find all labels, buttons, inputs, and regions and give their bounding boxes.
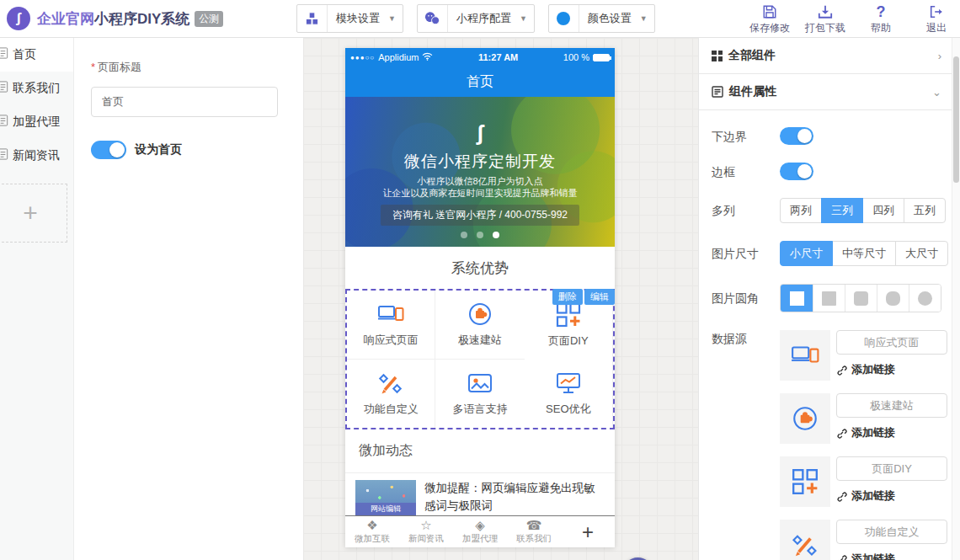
add-link-button[interactable]: 添加链接 (836, 488, 947, 504)
columns-option-5[interactable]: 五列 (904, 198, 946, 223)
add-link-button[interactable]: 添加链接 (836, 552, 947, 560)
sidebar-item-agency[interactable]: 加盟代理 (0, 105, 73, 139)
sidebar-item-home[interactable]: 首页 (0, 38, 73, 72)
border-label: 边框 (712, 163, 780, 180)
feature-label: 多语言支持 (452, 402, 507, 417)
color-settings-dropdown[interactable]: 颜色设置 ▼ (548, 4, 655, 33)
add-link-label: 添加链接 (851, 425, 895, 440)
add-link-label: 添加链接 (851, 362, 895, 377)
radius-option-1[interactable] (813, 285, 845, 312)
feature-grid-component-selected[interactable]: 删除 编辑 响应式页面 极速建站 页面DIY (345, 289, 615, 429)
carousel-dot[interactable] (477, 232, 483, 238)
header-dropdowns: 模块设置 ▼ 小程序配置 ▼ 颜色设置 ▼ (296, 4, 655, 33)
image-size-row: 图片尺寸 小尺寸 中等尺寸 大尺寸 (712, 241, 952, 266)
component-props-header[interactable]: 组件属性 ⌄ (699, 74, 952, 110)
carousel-dot-active[interactable] (493, 232, 499, 238)
sidebar-item-news[interactable]: 新闻资讯 (0, 139, 73, 173)
banner-slide[interactable]: ʃ 微信小程序定制开发 小程序以微信8亿用户为切入点 让企业以及商家在短时间里实… (345, 97, 615, 247)
chevron-right-icon: › (938, 50, 941, 62)
scrollbar-thumb[interactable] (953, 56, 959, 183)
feature-cell-multilang[interactable]: 多语言支持 (435, 360, 524, 429)
feature-cell-custom[interactable]: 功能自定义 (347, 360, 435, 429)
tab-contact[interactable]: ☎ 联系我们 (507, 516, 561, 547)
required-asterisk: * (91, 61, 95, 73)
image-radius-row: 图片圆角 (712, 284, 952, 312)
all-components-header[interactable]: 全部组件 › (699, 38, 952, 74)
page-settings-panel: *页面标题 设为首页 (74, 38, 303, 560)
page-title-input[interactable] (91, 87, 278, 117)
caret-down-icon: ▼ (388, 14, 396, 23)
feature-cell-responsive[interactable]: 响应式页面 (347, 291, 435, 360)
add-link-button[interactable]: 添加链接 (836, 362, 947, 377)
props-form: 下边界 边框 多列 两列 三列 四列 五列 (699, 110, 952, 560)
banner-subtitle-2: 让企业以及商家在短时间里实现提升品牌和销量 (345, 187, 615, 200)
border-toggle[interactable] (780, 163, 813, 180)
columns-option-3-selected[interactable]: 三列 (821, 198, 863, 223)
plus-icon: + (582, 525, 594, 539)
datasource-title-input[interactable] (836, 330, 947, 355)
columns-option-2[interactable]: 两列 (780, 198, 822, 223)
columns-option-4[interactable]: 四列 (862, 198, 904, 223)
phone-preview: ●●●○○ Applidium 11:27 AM 100 % 首页 ʃ (345, 48, 615, 547)
save-label: 保存修改 (749, 21, 790, 35)
radius-option-3[interactable] (877, 285, 909, 312)
sidebar-item-label: 首页 (13, 47, 36, 62)
tab-news[interactable]: ☆ 新闻资讯 (399, 516, 453, 547)
app-logo-icon: ʃ (7, 7, 30, 30)
news-list-item[interactable]: 网站编辑 微加提醒：网页编辑应避免出现敏感词与极限词 (345, 473, 615, 515)
exit-button[interactable]: 退出 (915, 3, 958, 35)
main-area: 首页 联系我们 加盟代理 新闻资讯 + (0, 38, 960, 560)
feature-cell-seo[interactable]: SEO优化 (525, 360, 613, 429)
page-doc-icon (0, 147, 10, 164)
bottom-border-toggle[interactable] (780, 127, 813, 145)
add-page-button[interactable]: + (0, 184, 67, 243)
columns-segmented-control: 两列 三列 四列 五列 (780, 198, 946, 223)
set-homepage-toggle[interactable] (91, 141, 126, 159)
fast-build-icon (780, 393, 830, 444)
multi-language-icon (467, 370, 493, 397)
image-radius-label: 图片圆角 (712, 290, 780, 307)
datasource-list: 添加链接 添加链 (780, 330, 947, 560)
phone-nav-bar: 首页 (345, 67, 615, 97)
add-link-button[interactable]: 添加链接 (836, 425, 947, 440)
help-button[interactable]: ? 帮助 (859, 3, 903, 35)
download-button[interactable]: 打包下载 (803, 3, 847, 35)
beta-badge: 公测 (195, 11, 223, 27)
carousel-dot[interactable] (461, 232, 467, 238)
tab-label: 微加互联 (355, 533, 390, 545)
size-option-medium[interactable]: 中等尺寸 (832, 241, 896, 266)
save-button[interactable]: 保存修改 (748, 3, 792, 35)
edit-component-button[interactable]: 编辑 (584, 289, 615, 305)
app-title-accent: 企业官网 (37, 11, 94, 27)
delete-component-button[interactable]: 删除 (552, 289, 583, 305)
size-option-large[interactable]: 大尺寸 (895, 241, 948, 266)
sidebar-item-contact[interactable]: 联系我们 (0, 72, 73, 105)
datasource-title-input[interactable] (836, 520, 947, 544)
caret-down-icon: ▼ (520, 14, 527, 23)
color-swatch-icon (549, 5, 579, 32)
tab-agency[interactable]: ◈ 加盟代理 (453, 516, 507, 547)
datasource-label: 数据源 (712, 330, 780, 347)
star-icon: ☆ (420, 519, 431, 532)
help-label: 帮助 (871, 21, 891, 35)
module-settings-dropdown[interactable]: 模块设置 ▼ (296, 4, 403, 33)
datasource-title-input[interactable] (836, 456, 947, 481)
feature-cell-speed[interactable]: 极速建站 (435, 291, 524, 360)
datasource-title-input[interactable] (836, 393, 947, 418)
all-components-label: 全部组件 (728, 48, 776, 63)
panel-scrollbar[interactable] (952, 38, 960, 560)
radius-option-0-selected[interactable] (781, 285, 813, 312)
radius-option-circle[interactable] (909, 285, 941, 312)
miniprogram-config-dropdown[interactable]: 小程序配置 ▼ (417, 4, 535, 33)
chevron-down-icon: ⌄ (932, 86, 941, 99)
components-grid-icon (712, 51, 723, 61)
carousel-dots (345, 232, 615, 238)
news-thumbnail-caption: 网站编辑 (355, 503, 416, 515)
size-option-small-selected[interactable]: 小尺寸 (780, 241, 833, 266)
datasource-item-speed: 添加链接 (780, 393, 947, 444)
radius-option-2[interactable] (845, 285, 877, 312)
tab-weijia[interactable]: ❖ 微加互联 (345, 516, 399, 547)
bottom-border-label: 下边界 (712, 128, 780, 145)
tab-label: 加盟代理 (462, 533, 498, 545)
tab-add-button[interactable]: + (561, 516, 615, 547)
